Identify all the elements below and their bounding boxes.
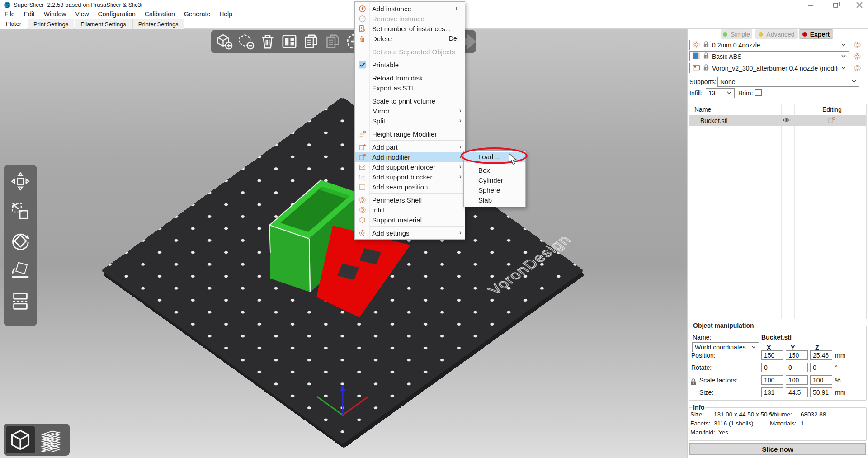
context-menu: Add instance+Remove instance-Set number … — [354, 1, 465, 240]
menubar-item-window[interactable]: Window — [39, 10, 71, 19]
menu-item-label: Perimeters Shell — [372, 196, 422, 204]
menubar-item-view[interactable]: View — [71, 10, 93, 19]
manip-input-1-y[interactable] — [786, 363, 808, 372]
copy-icon[interactable] — [302, 32, 321, 51]
menubar-item-configuration[interactable]: Configuration — [94, 10, 140, 19]
eye-icon[interactable] — [783, 116, 790, 125]
flatten-tool-icon[interactable] — [8, 258, 33, 283]
manip-input-3-x[interactable] — [761, 387, 783, 397]
menubar-item-help[interactable]: Help — [215, 10, 237, 19]
menu-item-add-instance[interactable]: Add instance+ — [355, 4, 465, 14]
manip-input-2-y[interactable] — [786, 375, 808, 385]
menu-item-add-support-blocker[interactable]: Add support blocker› — [355, 172, 465, 182]
preset-select-2[interactable]: Voron_v2_300_afterburner 0.4 nozzle (mod… — [689, 63, 849, 73]
submenu-item-cylinder[interactable]: Cylinder — [464, 175, 525, 185]
supports-select[interactable]: None — [717, 77, 859, 87]
tab-plater[interactable]: Plater — [0, 19, 27, 29]
menu-item-perimeters-shell[interactable]: Perimeters Shell — [355, 195, 465, 205]
infill-label: Infill: — [689, 90, 703, 97]
maximize-button[interactable] — [829, 0, 843, 10]
arrange-icon[interactable] — [280, 32, 299, 51]
mode-button-simple[interactable]: Simple — [721, 29, 752, 39]
manip-input-3-y[interactable] — [786, 387, 808, 397]
preset-select-0[interactable]: 0.2mm 0.4nozzle — [689, 40, 849, 50]
mode-button-expert[interactable]: Expert — [799, 29, 833, 39]
paste-icon[interactable] — [323, 32, 342, 51]
manip-input-2-x[interactable] — [761, 375, 783, 385]
menu-item-support-material[interactable]: Support material — [355, 215, 465, 225]
gear-btn-icon[interactable] — [852, 63, 862, 73]
mode-button-advanced[interactable]: Advanced — [755, 29, 798, 39]
rotate-tool-icon[interactable] — [8, 228, 33, 254]
edit-object-icon[interactable] — [828, 116, 835, 125]
manip-label-size: Size: — [699, 389, 713, 396]
submenu-item-sphere[interactable]: Sphere — [464, 185, 525, 195]
menubar-item-generate[interactable]: Generate — [179, 10, 215, 19]
menu-item-scale-to-print-volume[interactable]: Scale to print volume — [355, 96, 465, 106]
menu-item-printable[interactable]: Printable — [355, 60, 465, 70]
chevron-down-icon — [841, 65, 846, 72]
menu-item-reload-from-disk[interactable]: Reload from disk — [355, 73, 465, 83]
gear-btn-icon[interactable] — [852, 51, 862, 61]
chevron-down-icon — [841, 53, 846, 60]
support-material-icon — [358, 216, 366, 224]
manip-input-0-x[interactable] — [761, 350, 783, 360]
gear-btn-icon[interactable] — [852, 40, 862, 50]
menu-item-split[interactable]: Split› — [355, 116, 465, 126]
menubar-item-edit[interactable]: Edit — [19, 10, 39, 19]
menu-shortcut: + — [455, 5, 462, 12]
mode-label: Advanced — [766, 31, 794, 38]
viewport-3d[interactable]: VoronDesign — [0, 29, 687, 458]
brim-checkbox[interactable] — [755, 89, 762, 96]
object-row-bucket[interactable]: Bucket.stl — [689, 115, 866, 126]
tab-print-settings[interactable]: Print Settings — [28, 19, 74, 29]
manip-input-1-z[interactable] — [810, 363, 832, 372]
scale-tool-icon[interactable] — [8, 198, 33, 224]
menu-item-add-settings[interactable]: Add settings› — [355, 228, 465, 238]
remove-object-icon[interactable] — [236, 32, 255, 51]
preset-select-1[interactable]: Basic ABS — [689, 51, 849, 61]
manip-input-0-z[interactable] — [810, 350, 832, 360]
scale-lock-icon[interactable] — [690, 378, 697, 387]
menu-item-delete[interactable]: DeleteDel — [355, 33, 465, 43]
cut-tool-icon[interactable] — [8, 288, 33, 313]
manip-input-3-z[interactable] — [810, 387, 832, 397]
coordinates-select[interactable]: World coordinates — [692, 342, 759, 352]
menu-item-add-support-enforcer[interactable]: Add support enforcer› — [355, 162, 465, 172]
submenu-arrow-icon: › — [459, 142, 462, 150]
minimize-button[interactable] — [804, 0, 817, 10]
menu-item-infill[interactable]: Infill — [355, 205, 465, 215]
cube-view-icon[interactable] — [6, 426, 35, 453]
manip-input-1-x[interactable] — [761, 363, 783, 372]
menubar-item-calibration[interactable]: Calibration — [140, 10, 179, 19]
infill-select[interactable]: 13 — [706, 88, 735, 98]
tab-printer-settings[interactable]: Printer Settings — [132, 19, 184, 29]
manip-input-0-y[interactable] — [786, 350, 808, 360]
menubar-item-file[interactable]: File — [0, 10, 19, 19]
submenu-arrow-icon: › — [459, 228, 462, 236]
coordinates-value: World coordinates — [695, 344, 746, 351]
delete-all-icon[interactable] — [258, 32, 277, 51]
mode-dot-icon — [723, 32, 727, 37]
menu-item-height-range-modifier[interactable]: Height range Modifier — [355, 129, 465, 139]
menu-item-add-modifier[interactable]: Add modifier› — [355, 152, 465, 162]
add-settings-icon — [358, 229, 366, 237]
manip-label-scale-factors: Scale factors: — [699, 377, 738, 384]
menu-item-add-part[interactable]: Add part› — [355, 142, 465, 152]
axes-indicator — [289, 386, 398, 449]
window-title: SuperSlicer_2.2.53 based on PrusaSlicer … — [14, 0, 143, 10]
menu-item-add-seam-position[interactable]: Add seam position — [355, 182, 465, 192]
add-object-icon[interactable] — [215, 32, 234, 51]
move-tool-icon[interactable] — [8, 169, 33, 194]
submenu-item-slab[interactable]: Slab — [464, 195, 525, 205]
slice-now-button[interactable]: Slice now — [689, 443, 866, 455]
close-button[interactable] — [853, 0, 866, 10]
menu-item-label: Add support enforcer — [372, 163, 435, 171]
menu-item-export-as-stl[interactable]: Export as STL... — [355, 83, 465, 93]
menu-item-set-number-of-instances[interactable]: Set number of instances... — [355, 24, 465, 33]
info-label: Volume: — [770, 411, 792, 418]
layers-view-icon[interactable] — [36, 426, 65, 453]
tab-filament-settings[interactable]: Filament Settings — [75, 19, 132, 29]
menu-item-mirror[interactable]: Mirror› — [355, 106, 465, 116]
manip-input-2-z[interactable] — [810, 375, 832, 385]
